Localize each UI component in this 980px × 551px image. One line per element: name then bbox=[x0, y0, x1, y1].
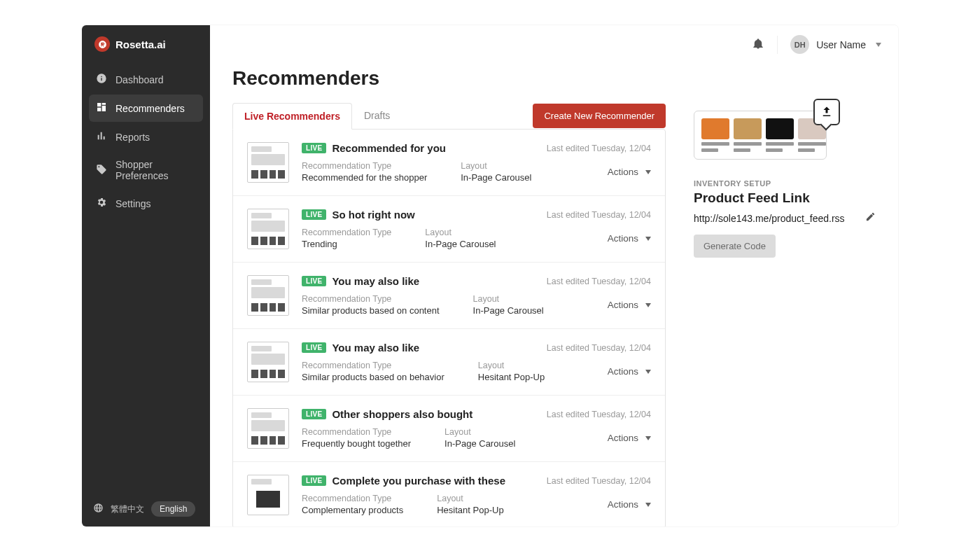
recommender-row: LIVEYou may also likeLast edited Tuesday… bbox=[233, 329, 665, 396]
status-badge: LIVE bbox=[302, 143, 326, 153]
preview-product bbox=[766, 118, 794, 152]
sidebar-item-settings[interactable]: Settings bbox=[89, 190, 203, 217]
actions-dropdown[interactable]: Actions bbox=[608, 366, 651, 377]
brand-logo-icon bbox=[94, 36, 110, 52]
layout-value: In-Page Carousel bbox=[473, 305, 544, 316]
layout-value: In-Page Carousel bbox=[425, 239, 496, 249]
actions-label: Actions bbox=[608, 233, 638, 244]
last-edited: Last edited Tuesday, 12/04 bbox=[547, 144, 651, 153]
tabs: Live RecommendersDrafts bbox=[232, 102, 402, 129]
recommender-thumbnail bbox=[247, 408, 289, 449]
recommender-title: You may also like bbox=[332, 275, 419, 287]
language-current[interactable]: English bbox=[151, 501, 195, 517]
rec-type-label: Recommendation Type bbox=[302, 361, 444, 370]
tab-live-recommenders[interactable]: Live Recommenders bbox=[232, 103, 352, 130]
language-alt[interactable]: 繁體中文 bbox=[111, 503, 144, 515]
user-menu[interactable]: DH User Name bbox=[790, 35, 881, 54]
rec-type-label: Recommendation Type bbox=[302, 427, 411, 437]
recommender-title: You may also like bbox=[332, 342, 419, 354]
recommender-row: LIVEYou may also likeLast edited Tuesday… bbox=[233, 263, 665, 329]
inventory-overline: INVENTORY SETUP bbox=[694, 179, 876, 188]
tab-drafts[interactable]: Drafts bbox=[352, 102, 402, 129]
nav-icon bbox=[96, 197, 107, 210]
preview-product bbox=[701, 118, 729, 152]
rec-type-value: Recommended for the shopper bbox=[302, 172, 427, 183]
recommender-title: Complete you purchase with these bbox=[332, 475, 505, 487]
status-badge: LIVE bbox=[302, 209, 326, 220]
sidebar-footer: 繁體中文 English bbox=[82, 491, 210, 526]
brand: Rosetta.ai bbox=[82, 25, 210, 60]
layout-value: In-Page Carousel bbox=[444, 438, 515, 449]
status-badge: LIVE bbox=[302, 409, 326, 419]
sidebar-item-label: Reports bbox=[115, 132, 150, 143]
last-edited: Last edited Tuesday, 12/04 bbox=[547, 410, 651, 419]
sidebar-item-label: Dashboard bbox=[115, 74, 164, 85]
actions-dropdown[interactable]: Actions bbox=[608, 233, 651, 244]
actions-label: Actions bbox=[608, 300, 638, 310]
actions-label: Actions bbox=[608, 167, 638, 177]
recommender-title: Other shoppers also bought bbox=[332, 408, 472, 420]
topbar: DH User Name bbox=[210, 25, 898, 64]
nav-icon bbox=[96, 130, 107, 144]
avatar: DH bbox=[790, 35, 809, 54]
actions-dropdown[interactable]: Actions bbox=[608, 433, 651, 443]
last-edited: Last edited Tuesday, 12/04 bbox=[547, 476, 651, 486]
globe-icon bbox=[93, 503, 104, 515]
actions-label: Actions bbox=[608, 433, 638, 443]
actions-dropdown[interactable]: Actions bbox=[608, 300, 651, 310]
rec-type-value: Trending bbox=[302, 239, 391, 249]
layout-value: In-Page Carousel bbox=[461, 172, 531, 183]
sidebar-nav: DashboardRecommendersReportsShopper Pref… bbox=[82, 60, 210, 217]
notifications-icon[interactable] bbox=[752, 37, 764, 53]
chevron-down-icon bbox=[645, 503, 651, 507]
chevron-down-icon bbox=[645, 170, 651, 174]
nav-icon bbox=[96, 164, 107, 177]
rec-type-label: Recommendation Type bbox=[302, 294, 440, 304]
layout-value: Hesitant Pop-Up bbox=[478, 372, 545, 382]
rec-type-label: Recommendation Type bbox=[302, 228, 391, 237]
topbar-divider bbox=[777, 36, 778, 54]
upload-icon bbox=[813, 99, 840, 125]
status-badge: LIVE bbox=[302, 276, 326, 286]
last-edited: Last edited Tuesday, 12/04 bbox=[547, 210, 651, 220]
chevron-down-icon bbox=[645, 237, 651, 241]
sidebar-item-label: Recommenders bbox=[115, 103, 185, 114]
last-edited: Last edited Tuesday, 12/04 bbox=[547, 343, 651, 353]
rec-type-value: Similar products based on behavior bbox=[302, 372, 444, 382]
edit-icon[interactable] bbox=[865, 211, 876, 225]
recommender-title: So hot right now bbox=[332, 209, 414, 221]
chevron-down-icon bbox=[876, 43, 881, 47]
chevron-down-icon bbox=[645, 370, 651, 374]
create-recommender-button[interactable]: Create New Recommender bbox=[533, 104, 666, 128]
rec-type-value: Complementary products bbox=[302, 505, 403, 515]
sidebar-item-shopper-preferences[interactable]: Shopper Preferences bbox=[89, 152, 203, 188]
layout-label: Layout bbox=[461, 161, 531, 171]
recommender-list: LIVERecommended for youLast edited Tuesd… bbox=[232, 129, 666, 526]
sidebar-item-label: Shopper Preferences bbox=[115, 159, 196, 181]
actions-dropdown[interactable]: Actions bbox=[608, 499, 651, 510]
layout-label: Layout bbox=[478, 361, 545, 370]
inventory-panel: INVENTORY SETUP Product Feed Link http:/… bbox=[694, 64, 876, 512]
sidebar-item-reports[interactable]: Reports bbox=[89, 123, 203, 151]
sidebar-item-recommenders[interactable]: Recommenders bbox=[89, 95, 203, 122]
recommender-row: LIVEComplete you purchase with theseLast… bbox=[233, 462, 665, 526]
recommender-row: LIVEOther shoppers also boughtLast edite… bbox=[233, 396, 665, 462]
actions-dropdown[interactable]: Actions bbox=[608, 167, 651, 177]
preview-product bbox=[734, 118, 762, 152]
sidebar-item-label: Settings bbox=[115, 198, 151, 209]
sidebar-item-dashboard[interactable]: Dashboard bbox=[89, 66, 203, 93]
generate-code-button[interactable]: Generate Code bbox=[694, 235, 776, 258]
recommender-thumbnail bbox=[247, 342, 289, 382]
main: DH User Name Recommenders Live Recommend… bbox=[210, 25, 898, 526]
rec-type-value: Frequently bought together bbox=[302, 438, 411, 449]
recommender-row: LIVERecommended for youLast edited Tuesd… bbox=[233, 130, 665, 196]
actions-label: Actions bbox=[608, 366, 638, 377]
recommender-thumbnail bbox=[247, 209, 289, 249]
last-edited: Last edited Tuesday, 12/04 bbox=[547, 277, 651, 286]
layout-label: Layout bbox=[425, 228, 496, 237]
chevron-down-icon bbox=[645, 303, 651, 307]
recommender-thumbnail bbox=[247, 142, 289, 183]
sidebar: Rosetta.ai DashboardRecommendersReportsS… bbox=[82, 25, 210, 526]
actions-label: Actions bbox=[608, 499, 638, 510]
product-feed-preview bbox=[694, 111, 827, 160]
